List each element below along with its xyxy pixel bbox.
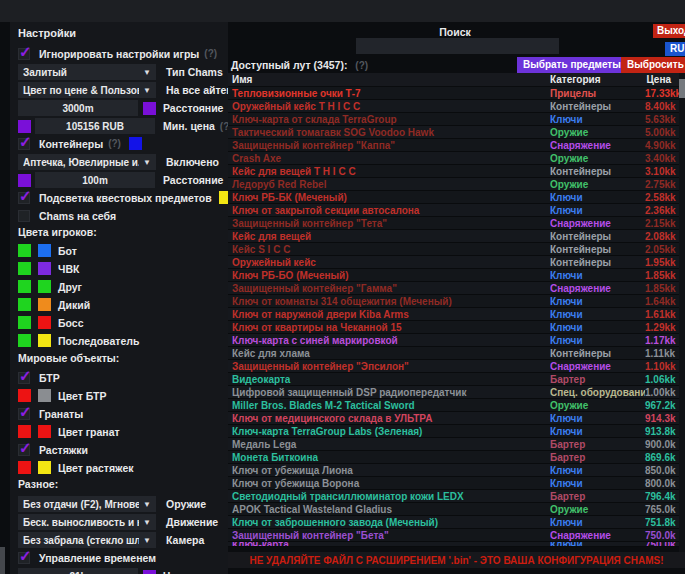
time-color-swatch[interactable] bbox=[143, 570, 156, 574]
quest-highlight-checkbox[interactable]: ✓ bbox=[18, 192, 30, 204]
self-chams-checkbox[interactable] bbox=[18, 210, 30, 222]
table-row[interactable]: Оружейный кейс T H I C CКонтейнеры8.40kk bbox=[228, 100, 679, 113]
color-mode-dropdown[interactable]: Цвет по цене & Пользователь ▼ bbox=[18, 82, 156, 98]
table-row[interactable]: Ключ-карта с синей маркировкойКлючи1.17k… bbox=[228, 334, 679, 347]
player-color-swatch-1[interactable] bbox=[18, 280, 31, 293]
table-row[interactable]: Защищенный контейнер "Бета"Снаряжение750… bbox=[228, 529, 679, 542]
min-price-input[interactable]: 105156 RUB bbox=[35, 118, 155, 134]
help-icon[interactable]: (?) bbox=[355, 60, 368, 71]
item-category: Ключи bbox=[550, 270, 645, 281]
world-color-swatch-1[interactable] bbox=[18, 389, 31, 402]
table-row[interactable]: Защищенный контейнер "Эпсилон"Снаряжение… bbox=[228, 360, 679, 373]
column-header-name[interactable]: Имя bbox=[228, 74, 550, 85]
player-color-swatch-2[interactable] bbox=[38, 244, 51, 257]
player-color-swatch-2[interactable] bbox=[38, 262, 51, 275]
table-row[interactable]: Ключ РБ-БК (Меченый)Ключи2.58kk bbox=[228, 191, 679, 204]
movement-dropdown[interactable]: Беск. выносливость и нет уста ▼ bbox=[18, 514, 156, 530]
table-row[interactable]: Ключ от медицинского склада в УЛЬТРАКлюч… bbox=[228, 412, 679, 425]
min-price-color-swatch[interactable] bbox=[18, 120, 31, 133]
time-input[interactable]: 21h bbox=[18, 568, 138, 574]
containers-color-swatch[interactable] bbox=[129, 137, 142, 150]
table-row[interactable]: Оружейный кейсКонтейнеры1.95kk bbox=[228, 256, 679, 269]
containers-filter-dropdown[interactable]: Аптечка, Ювелирные и... ▼ bbox=[18, 154, 156, 170]
table-row[interactable]: Miller Bros. Blades M-2 Tactical SwordОр… bbox=[228, 399, 679, 412]
table-row[interactable]: Тепловизионные очки Т-7Прицелы17.33kk bbox=[228, 87, 679, 100]
containers-distance-input[interactable]: 100m bbox=[35, 172, 155, 188]
player-color-swatch-2[interactable] bbox=[38, 334, 51, 347]
player-color-swatch-1[interactable] bbox=[18, 262, 31, 275]
table-row[interactable]: Тактический томагавк SOG Voodoo HawkОруж… bbox=[228, 126, 679, 139]
distance-color-swatch[interactable] bbox=[143, 102, 156, 115]
table-row[interactable]: Светодиодный трансиллюминатор кожи LEDXБ… bbox=[228, 490, 679, 503]
world-object-checkbox[interactable]: ✓ bbox=[18, 444, 30, 456]
weapon-dropdown[interactable]: Без отдачи (F2), Мгновенное п ▼ bbox=[18, 496, 156, 512]
table-scrollbar[interactable] bbox=[679, 73, 685, 552]
table-row[interactable]: Монета БиткоинаБартер869.6k bbox=[228, 451, 679, 464]
table-scrollbar-thumb[interactable] bbox=[679, 79, 685, 98]
table-row[interactable]: ВидеокартаБартер1.06kk bbox=[228, 373, 679, 386]
world-color-swatch-1[interactable] bbox=[18, 425, 31, 438]
table-row[interactable]: Защищенный контейнер "Гамма"Снаряжение1.… bbox=[228, 282, 679, 295]
world-color-swatch-2[interactable] bbox=[38, 389, 51, 402]
player-color-swatch-2[interactable] bbox=[38, 280, 51, 293]
chams-type-dropdown[interactable]: Залитый ▼ bbox=[18, 64, 156, 80]
table-row[interactable]: Кейс S I C CКонтейнеры2.05kk bbox=[228, 243, 679, 256]
table-row[interactable]: Ледоруб Red RebelОружие2.75kk bbox=[228, 178, 679, 191]
table-row[interactable]: Медаль LegaБартер900.0k bbox=[228, 438, 679, 451]
player-color-swatch-2[interactable] bbox=[38, 316, 51, 329]
time-control-checkbox[interactable]: ✓ bbox=[18, 552, 30, 564]
containers-checkbox[interactable]: ✓ bbox=[18, 138, 30, 150]
help-icon[interactable]: (?) bbox=[204, 48, 217, 59]
exit-button[interactable]: Выход bbox=[653, 24, 685, 38]
table-row[interactable]: APOK Tactical Wasteland GladiusОружие765… bbox=[228, 503, 679, 516]
table-row[interactable]: Ключ-карта от склада TerraGroupКлючи5.63… bbox=[228, 113, 679, 126]
left-edge-scrollbar-thumb[interactable] bbox=[0, 547, 5, 574]
world-object-checkbox[interactable]: ✓ bbox=[18, 408, 30, 420]
column-header-price[interactable]: Цена bbox=[645, 74, 679, 85]
player-colors-title: Цвета игроков: bbox=[18, 226, 224, 239]
table-row[interactable]: Защищенный контейнер "Тета"Снаряжение2.1… bbox=[228, 217, 679, 230]
player-color-label: Босс bbox=[58, 317, 84, 329]
item-price: 2.15kk bbox=[645, 218, 684, 229]
chams-type-row: Залитый ▼ Тип Chams (?) bbox=[18, 64, 224, 80]
item-price: 2.58kk bbox=[645, 192, 684, 203]
table-row[interactable]: Ключ от квартиры на Чеканной 15Ключи1.29… bbox=[228, 321, 679, 334]
column-header-category[interactable]: Категория bbox=[550, 74, 645, 85]
table-row[interactable]: Защищенный контейнер "Каппа"Снаряжение4.… bbox=[228, 139, 679, 152]
table-row[interactable]: Crash AxeОружие3.40kk bbox=[228, 152, 679, 165]
table-row[interactable]: Ключ-карта TerraGroup Labs (Зеленая)Ключ… bbox=[228, 425, 679, 438]
help-icon[interactable]: (?) bbox=[220, 121, 228, 132]
containers-distance-color-swatch[interactable] bbox=[18, 174, 31, 187]
min-price-row: 105156 RUB Мин. цена (?) bbox=[18, 118, 224, 134]
table-row[interactable]: Ключ от наружной двери Kiba ArmsКлючи1.6… bbox=[228, 308, 679, 321]
player-color-swatch-1[interactable] bbox=[18, 298, 31, 311]
ignore-game-settings-checkbox[interactable]: ✓ bbox=[18, 48, 30, 60]
player-color-swatch-2[interactable] bbox=[38, 298, 51, 311]
quest-color-swatch[interactable] bbox=[219, 191, 228, 204]
table-row[interactable]: Кейс для вещей T H I C CКонтейнеры3.10kk bbox=[228, 165, 679, 178]
discard-all-button[interactable]: Выбросить все bbox=[621, 57, 685, 73]
table-row[interactable]: Ключ от закрытой секции автосалонаКлючи2… bbox=[228, 204, 679, 217]
world-object-checkbox[interactable]: ✓ bbox=[18, 372, 30, 384]
player-color-swatch-1[interactable] bbox=[18, 334, 31, 347]
camera-dropdown[interactable]: Без забрала (стекло шлема) ▼ bbox=[18, 532, 156, 548]
table-row[interactable]: Ключ от убежища ЛионаКлючи850.0k bbox=[228, 464, 679, 477]
table-row[interactable]: Ключ от комнаты 314 общежития (Меченый)К… bbox=[228, 295, 679, 308]
player-color-swatch-1[interactable] bbox=[18, 316, 31, 329]
weapon-label: Оружие bbox=[166, 498, 206, 510]
table-row[interactable]: Кейс для вещейКонтейнеры2.08kk bbox=[228, 230, 679, 243]
table-row[interactable]: Цифровой защищенный DSP радиопередатчикС… bbox=[228, 386, 679, 399]
table-row[interactable]: Кейс для хламаКонтейнеры1.11kk bbox=[228, 347, 679, 360]
table-row[interactable]: Ключ РБ-БО (Меченый)Ключи1.85kk bbox=[228, 269, 679, 282]
world-color-swatch-1[interactable] bbox=[18, 461, 31, 474]
language-button[interactable]: RU bbox=[665, 42, 685, 56]
table-row[interactable]: Ключ от заброшенного завода (Меченый)Клю… bbox=[228, 516, 679, 529]
help-icon[interactable]: (?) bbox=[108, 138, 121, 149]
search-input[interactable] bbox=[356, 38, 559, 54]
world-color-swatch-2[interactable] bbox=[38, 461, 51, 474]
world-color-swatch-2[interactable] bbox=[38, 425, 51, 438]
table-row[interactable]: Ключ от убежища ВоронаКлючи800.0k bbox=[228, 477, 679, 490]
player-color-swatch-1[interactable] bbox=[18, 244, 31, 257]
table-row[interactable]: Ключ-картаКлючи750.0k bbox=[228, 542, 679, 547]
item-distance-input[interactable]: 3000m bbox=[18, 100, 138, 116]
